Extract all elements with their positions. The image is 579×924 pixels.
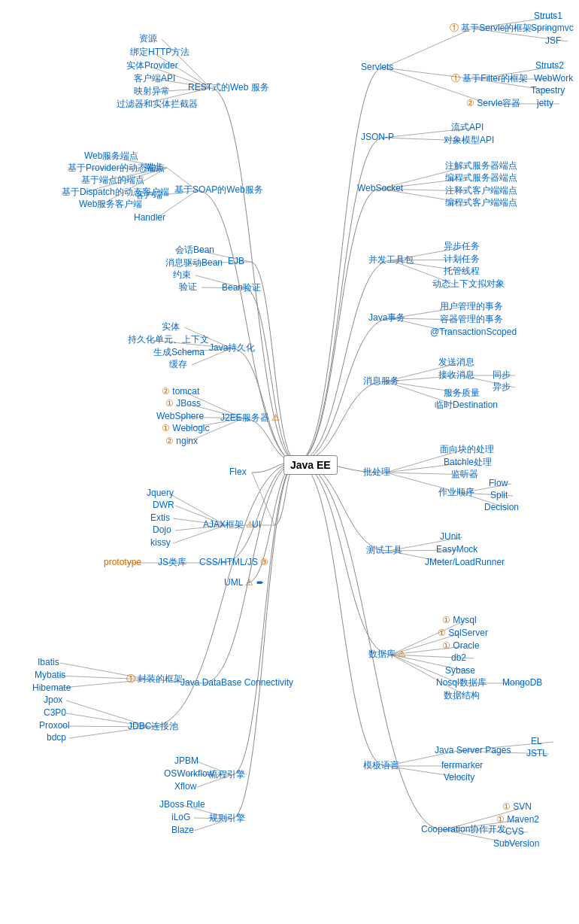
dynamic-ctx-node: 动态上下文拟对象 xyxy=(432,278,505,290)
prototype-node: prototype xyxy=(104,557,141,569)
proxool-node: Proxool xyxy=(39,720,70,732)
webwork-node: WebWork xyxy=(534,73,573,85)
servlet-container-node: ② Servle容器 xyxy=(466,98,520,110)
web-client-node: Web服务客户端 xyxy=(79,199,142,211)
ibatis-node: Ibatis xyxy=(38,657,59,669)
jetty-node: jetty xyxy=(537,98,553,110)
servlet-framework-node: ① 基于Servle的框架 xyxy=(450,23,532,35)
el-node: EL xyxy=(531,736,542,748)
decision-node: Decision xyxy=(484,502,519,514)
recv-msg-node: 接收消息 xyxy=(438,369,474,381)
db2-node: db2 xyxy=(451,652,466,664)
job-order-node: 作业顺序 xyxy=(438,487,474,499)
websocket-node: WebSocket xyxy=(357,183,403,195)
jpox-node: Jpox xyxy=(44,695,62,707)
anno-server-node: 注解式服务器端点 xyxy=(445,160,517,172)
filter-entity-node: 过滤器和实体拦截器 xyxy=(117,99,198,111)
async2-node: 异步 xyxy=(493,381,511,394)
freemarker-node: ferrmarker xyxy=(441,760,483,772)
flow-node: Flow xyxy=(489,478,508,490)
user-tx-node: 用户管理的事务 xyxy=(440,301,503,313)
prog-client-node: 编程式客户端端点 xyxy=(445,197,517,209)
cssjs-node: CSS/HTML/JS ③ xyxy=(199,557,268,569)
entity-provider-node: 实体Provider xyxy=(126,60,178,72)
send-msg-node: 发送消息 xyxy=(438,357,474,369)
constraint-node: 约束 xyxy=(173,269,191,281)
flow-engine-node: 流程引擎 xyxy=(209,769,245,781)
jsp-node: Java Server Pages xyxy=(435,745,511,757)
jsonp-node: JSON-P xyxy=(361,132,394,144)
ilog-node: iLoG xyxy=(171,812,190,824)
session-bean-node: 会话Bean xyxy=(175,245,214,257)
java-tx-node: Java事务 xyxy=(368,312,405,324)
c3p0-node: C3P0 xyxy=(44,707,66,719)
persist-unit-node: 持久化单元、上下文 xyxy=(128,334,209,346)
split-node: Split xyxy=(490,490,508,502)
jpa-node: Java持久化 xyxy=(209,342,255,354)
bind-http-node: 绑定HTTP方法 xyxy=(130,47,189,59)
bean-validation-node: Bean验证 xyxy=(222,282,261,294)
jboss-rule-node: JBoss Rule xyxy=(159,799,205,811)
web-endpoint-node: Web服务端点 xyxy=(84,150,138,163)
junit-node: JUnit xyxy=(440,531,460,543)
hibernate-node: Hibemate xyxy=(32,682,71,695)
jsf-node: JSF xyxy=(545,35,561,47)
restful-node: REST式的Web 服务 xyxy=(188,82,269,94)
websphere-node: WebSphere xyxy=(156,411,204,423)
uml-node: UML ⚠ ➨ xyxy=(224,577,264,589)
managed-thread-node: 托管线程 xyxy=(444,266,480,278)
easymock-node: EasyMock xyxy=(436,544,477,556)
container-tx-node: 容器管理的事务 xyxy=(440,314,503,326)
xflow-node: Xflow xyxy=(174,781,196,793)
tx-scoped-node: @TransactionScoped xyxy=(430,327,517,339)
service-quality-node: 服务质量 xyxy=(444,388,480,400)
jmeter-node: JMeter/LoadRunner xyxy=(425,557,505,569)
center-node: Java EE xyxy=(283,455,338,475)
msg-bean-node: 消息驱动Bean xyxy=(165,257,223,269)
cvs-node: CVS xyxy=(505,826,524,838)
svg-line-28 xyxy=(252,473,274,525)
jdbc-pool-node: JDBC连接池 xyxy=(128,721,178,733)
schema-node: 生成Schema xyxy=(153,347,205,359)
template-lang-node: 模板语言 xyxy=(363,760,399,772)
osworkflow-node: OSWorkflow xyxy=(164,768,214,780)
tapestry-node: Tapestry xyxy=(531,85,565,97)
handler-node: Handler xyxy=(134,212,165,224)
stream-api-node: 流式API xyxy=(451,122,484,134)
nosql-node: Nosql数据库 xyxy=(436,677,487,689)
dwr-node: DWR xyxy=(153,500,174,512)
flex-node: Flex xyxy=(229,467,247,479)
struts2-node: Struts2 xyxy=(535,60,564,72)
database-node: 数据库 ⚠ xyxy=(368,649,406,661)
j2ee-node: J2EE服务器 ⚠ xyxy=(220,412,280,424)
sync-node: 同步 xyxy=(493,369,511,381)
dojo-node: Dojo xyxy=(153,524,171,536)
msg-service-node: 消息服务 xyxy=(363,375,399,388)
velocity-node: Velocity xyxy=(444,772,474,784)
jstl-node: JSTL xyxy=(526,748,547,760)
listener-node: 监听器 xyxy=(451,469,478,481)
prog-server-node: 编程式服务器端点 xyxy=(445,172,517,184)
orm-node: ① 封装的框架 xyxy=(126,673,183,685)
extis-node: Extis xyxy=(150,512,170,524)
validation-node: 验证 xyxy=(179,281,197,293)
mysql-node: ① Mysql xyxy=(442,615,477,627)
struts1-node: Struts1 xyxy=(534,11,562,23)
jslib-node: JS类库 xyxy=(158,557,186,569)
ajax-node: AJAX框架 ⚠ xyxy=(203,519,254,531)
temp-dest-node: 临时Destination xyxy=(435,400,498,412)
concurrent-node: 并发工具包 xyxy=(368,254,414,266)
entity2-node: 实体 xyxy=(162,321,180,333)
soap-node: 基于SOAP的Web服务 xyxy=(174,184,263,196)
resources-node: 资源 xyxy=(139,33,157,45)
oracle-node: ① Oracle xyxy=(442,640,480,652)
sybase-node: Sybase xyxy=(445,665,475,677)
blaze-node: Blaze xyxy=(171,825,194,837)
nginx-node: ② nginx xyxy=(165,436,198,448)
async-task-node: 异步任务 xyxy=(444,241,480,253)
filter-framework-node: ① 基于Filter的框架 xyxy=(451,73,528,85)
jdbc-conn-node: Java DataBase Connectivity xyxy=(180,677,293,689)
schedule-node: 计划任务 xyxy=(444,254,480,266)
svn-node: ① SVN xyxy=(502,801,532,813)
springmvc-node: Springmvc xyxy=(531,23,574,35)
